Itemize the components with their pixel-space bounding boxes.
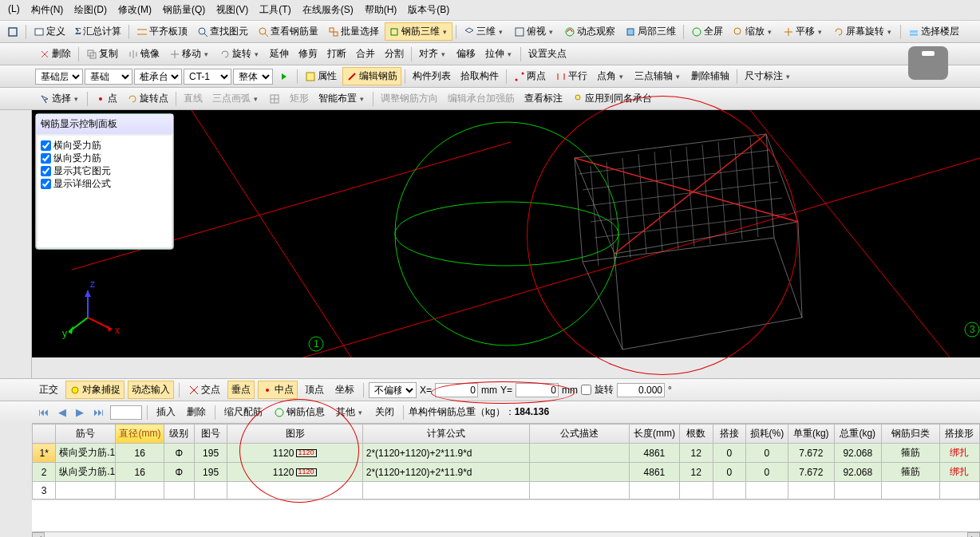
scale-rebar-button[interactable]: 缩尺配筋 [220, 403, 267, 421]
intersect-snap[interactable]: 交点 [184, 381, 224, 399]
subcategory-select[interactable]: 桩承台 [134, 69, 182, 85]
sum-calc-button[interactable]: Σ汇总计算 [71, 22, 125, 41]
rotate-point-tool[interactable]: 旋转点 [123, 89, 172, 108]
menu-help[interactable]: 帮助(H) [360, 2, 402, 18]
point-angle-button[interactable]: 点角▾ [593, 67, 629, 85]
nav-prev-icon[interactable]: ◀ [55, 406, 69, 418]
merge-button[interactable]: 合并 [352, 45, 379, 63]
mirror-button[interactable]: 镜像 [124, 45, 164, 63]
ortho-toggle[interactable]: 正交 [35, 381, 62, 399]
nav-next-icon[interactable]: ▶ [73, 406, 87, 418]
edit-rebar-button[interactable]: 编辑钢筋 [342, 67, 401, 85]
mid-snap[interactable]: 中点 [258, 381, 298, 399]
3d-viewport[interactable]: 1 3 [32, 110, 980, 357]
split-button[interactable]: 分割 [381, 45, 408, 63]
dimension-annot-button[interactable]: 尺寸标注▾ [741, 67, 796, 85]
delete-button[interactable]: 删除 [35, 45, 75, 63]
align-button[interactable]: 对齐▾ [415, 45, 451, 63]
pick-elem-button[interactable]: 拾取构件 [456, 67, 503, 85]
rotate-button[interactable]: 旋转▾ [215, 45, 264, 63]
extend-button[interactable]: 延伸 [266, 45, 293, 63]
grid-insert-button[interactable]: 插入 [152, 403, 180, 421]
perspective-button[interactable]: 俯视▾ [510, 22, 559, 41]
other-button[interactable]: 其他▾ [332, 403, 368, 421]
menu-online[interactable]: 在线服务(S) [298, 2, 358, 18]
parallel-button[interactable]: 平行 [551, 67, 591, 85]
copy-button[interactable]: 复制 [82, 45, 122, 63]
screen-rotate-button[interactable]: 屏幕旋转▾ [829, 22, 897, 41]
nav-first-icon[interactable]: ⏮ [35, 406, 52, 418]
elem-list-button[interactable]: 构件列表 [409, 67, 455, 85]
rect-tool[interactable]: 矩形 [286, 89, 313, 108]
scroll-left-icon[interactable]: ◀ [32, 532, 45, 537]
dyn-input-toggle[interactable]: 动态输入 [128, 381, 174, 399]
close-grid-button[interactable]: 关闭 [371, 403, 398, 421]
move-button[interactable]: 移动▾ [165, 45, 214, 63]
select-tool[interactable]: 选择▾ [35, 89, 84, 108]
rebar-3d-button[interactable]: 钢筋三维▾ [385, 22, 452, 41]
break-button[interactable]: 打断 [323, 45, 350, 63]
offset-mode-select[interactable]: 不偏移 [369, 382, 417, 398]
view-annot-button[interactable]: 查看标注 [520, 89, 567, 108]
view-3d-button[interactable]: 三维▾ [460, 22, 508, 41]
rotate-input[interactable] [617, 383, 665, 397]
coord-snap[interactable]: 坐标 [331, 381, 358, 399]
code-select[interactable]: CT-1 [184, 69, 231, 85]
properties-button[interactable]: 属性 [301, 67, 341, 85]
grid-delete-button[interactable]: 删除 [183, 403, 210, 421]
y-input[interactable] [516, 383, 559, 397]
menu-component[interactable]: 构件(N) [26, 2, 69, 18]
rebar-info-button[interactable]: 钢筋信息 [270, 403, 329, 421]
rebar-display-panel[interactable]: 钢筋显示控制面板 横向受力筋 纵向受力筋 显示其它图元 显示详细公式 [35, 113, 174, 250]
set-clamp-button[interactable]: 设置夹点 [524, 45, 571, 63]
dynamic-view-button[interactable]: 动态观察 [560, 22, 619, 41]
menu-modify[interactable]: 修改(M) [113, 2, 156, 18]
delete-aux-axis-button[interactable]: 删除辅轴 [687, 67, 733, 85]
table-row[interactable]: 1* 横向受力筋.1 16 Φ 195 11201120 2*(1120+112… [33, 444, 980, 463]
menu-tools[interactable]: 工具(T) [255, 2, 295, 18]
nav-last-icon[interactable]: ⏭ [90, 406, 107, 418]
rebar-grid[interactable]: 筋号 直径(mm) 级别 图号 图形 计算公式 公式描述 长度(mm) 根数 搭… [32, 423, 980, 499]
nav-index-input[interactable] [110, 405, 142, 420]
offset-button[interactable]: 偏移 [452, 45, 480, 63]
find-elem-button[interactable]: 查找图元 [193, 22, 252, 41]
rotate-checkbox[interactable] [581, 385, 591, 395]
category-select[interactable]: 基础 [85, 69, 132, 85]
menu-l[interactable]: (L) [3, 2, 25, 18]
floor-select[interactable]: 基础层 [35, 69, 83, 85]
two-point-button[interactable]: 两点 [510, 67, 550, 85]
table-row[interactable]: 3 [33, 482, 980, 499]
table-row[interactable]: 2 纵向受力筋.1 16 Φ 195 11201120 2*(1120+1120… [33, 463, 980, 482]
osnap-toggle[interactable]: 对象捕捉 [65, 381, 124, 399]
line-tool[interactable]: 直线 [180, 89, 207, 108]
local-3d-button[interactable]: 局部三维 [621, 22, 680, 41]
menu-view[interactable]: 视图(V) [211, 2, 253, 18]
smart-place-button[interactable]: 智能布置▾ [314, 89, 369, 108]
point-tool[interactable]: 点 [91, 89, 121, 108]
menu-version[interactable]: 版本号(B) [403, 2, 454, 18]
level-top-button[interactable]: 平齐板顶 [132, 22, 192, 41]
vertex-snap[interactable]: 顶点 [301, 381, 328, 399]
chk-show-other-elem[interactable]: 显示其它图元 [41, 164, 168, 177]
adjust-rebar-dir-button[interactable]: 调整钢筋方向 [377, 89, 442, 108]
x-input[interactable] [435, 383, 478, 397]
arc-3pt-tool[interactable]: 三点画弧▾ [208, 89, 263, 108]
three-pt-axis-button[interactable]: 三点辅轴▾ [630, 67, 686, 85]
perp-snap[interactable]: 垂点 [227, 381, 255, 399]
zoom-button[interactable]: 缩放▾ [729, 22, 777, 41]
stretch-button[interactable]: 拉伸▾ [481, 45, 517, 63]
grid-icon[interactable] [265, 91, 284, 107]
select-floor-button[interactable]: 选择楼层 [904, 22, 963, 41]
menu-draw[interactable]: 绘图(D) [69, 2, 112, 18]
chk-show-formula[interactable]: 显示详细公式 [41, 177, 168, 190]
pan-button[interactable]: 平移▾ [779, 22, 828, 41]
menu-rebar-qty[interactable]: 钢筋量(Q) [158, 2, 210, 18]
scroll-right-icon[interactable]: ▶ [967, 532, 980, 537]
view-rebar-qty-button[interactable]: 查看钢筋量 [254, 22, 322, 41]
chk-horizontal-rebar[interactable]: 横向受力筋 [41, 139, 168, 152]
chk-vertical-rebar[interactable]: 纵向受力筋 [41, 152, 168, 164]
edit-cap-reinf-button[interactable]: 编辑承台加强筋 [444, 89, 519, 108]
toggle-panel-icon[interactable] [3, 24, 22, 40]
fullscreen-button[interactable]: 全屏 [687, 22, 727, 41]
horizontal-scrollbar[interactable]: ◀ ▶ [32, 531, 980, 537]
